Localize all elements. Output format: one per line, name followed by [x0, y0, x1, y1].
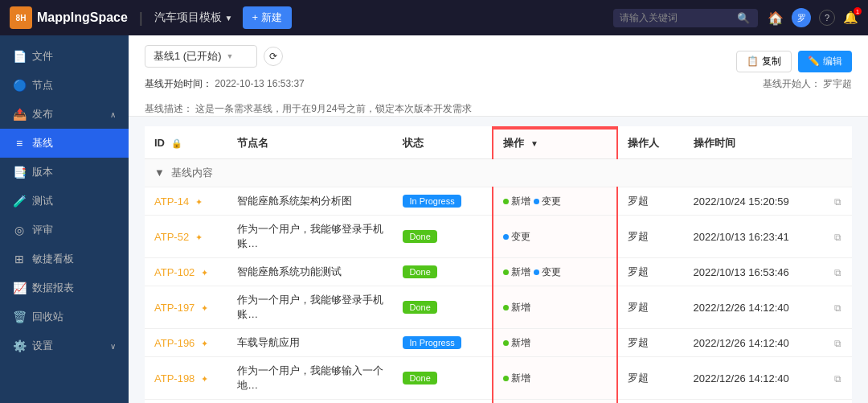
sidebar-item-publish[interactable]: 📤 发布 ∧ — [0, 100, 129, 129]
new-button[interactable]: + 新建 — [243, 6, 292, 29]
col-header-id: ID 🔒 — [145, 127, 227, 159]
sidebar-item-report[interactable]: 📈 数据报表 — [0, 273, 129, 302]
table-row: ATP-14 ✦ 智能座舱系统架构分析图 In Progress 新增变更 罗超… — [145, 187, 852, 216]
agile-icon: ⊞ — [13, 253, 26, 265]
sidebar-item-settings[interactable]: ⚙️ 设置 ∨ — [0, 331, 129, 360]
edit-button[interactable]: ✏️ 编辑 — [798, 51, 852, 72]
id-link[interactable]: ATP-14 — [154, 195, 189, 208]
layout: 📄 文件 🔵 节点 📤 发布 ∧ ≡ 基线 📑 版本 🧪 测试 ◎ 评审 — [0, 35, 868, 403]
author-label: 基线开始人： — [763, 78, 821, 89]
table-row: ATP-199 ✦ 作为一个用户，我能够选择语音播… In Progress 新… — [145, 400, 852, 404]
start-time-label: 基线开始时间： — [145, 78, 212, 89]
star-icon[interactable]: ✦ — [195, 197, 203, 207]
star-icon[interactable]: ✦ — [201, 303, 208, 313]
col-header-name: 节点名 — [227, 127, 393, 159]
id-link[interactable]: ATP-198 — [154, 372, 194, 384]
search-icon[interactable]: 🔍 — [737, 12, 750, 24]
row-copy-icon[interactable]: ⧉ — [834, 373, 841, 384]
baseline-dropdown[interactable]: 基线1 (已开始) ▼ — [145, 45, 257, 68]
id-link[interactable]: ATP-197 — [154, 302, 194, 314]
copy-button[interactable]: 📋 复制 — [736, 51, 792, 72]
cell-op: 新增 — [493, 357, 617, 400]
star-icon[interactable]: ✦ — [195, 232, 203, 242]
table-container: ID 🔒 节点名 状态 操作 ▼ 操作人 操作时间 — [129, 126, 868, 403]
cell-time: 2022/12/26 14:12:40 — [684, 357, 825, 400]
col-header-link — [825, 127, 852, 159]
file-icon: 📄 — [13, 50, 26, 63]
cell-op: 新增 — [493, 286, 617, 329]
sidebar-item-agile[interactable]: ⊞ 敏捷看板 — [0, 245, 129, 273]
project-selector[interactable]: 汽车项目模板 ▼ — [154, 10, 233, 25]
id-link[interactable]: ATP-196 — [154, 337, 194, 349]
cell-actor: 罗超 — [617, 258, 684, 286]
sidebar-item-publish-label: 发布 — [32, 107, 53, 121]
sidebar-item-file-label: 文件 — [32, 49, 53, 64]
cell-op: 新增 — [493, 400, 617, 404]
cell-id: ATP-52 ✦ — [145, 216, 227, 258]
avatar[interactable]: 罗 — [792, 8, 811, 27]
row-copy-icon[interactable]: ⧉ — [834, 232, 841, 243]
sidebar-item-trash[interactable]: 🗑️ 回收站 — [0, 302, 129, 331]
sidebar-item-agile-label: 敏捷看板 — [32, 252, 74, 266]
star-icon[interactable]: ✦ — [201, 374, 208, 384]
op-tag: 变更 — [534, 265, 561, 279]
change-dot — [503, 234, 509, 240]
status-badge: Done — [403, 265, 436, 278]
op-tag: 新增 — [503, 372, 530, 385]
star-icon[interactable]: ✦ — [201, 268, 208, 278]
row-copy-icon[interactable]: ⧉ — [834, 196, 841, 208]
id-link[interactable]: ATP-102 — [154, 266, 194, 278]
sidebar-item-baseline-label: 基线 — [32, 136, 53, 150]
start-time-value: 2022-10-13 16:53:37 — [215, 78, 304, 89]
help-icon[interactable]: ? — [819, 10, 835, 26]
baseline-author: 基线开始人： 罗宇超 — [763, 77, 852, 91]
row-copy-icon[interactable]: ⧉ — [834, 302, 841, 314]
cell-time: 2022/12/26 14:12:40 — [684, 286, 825, 329]
cell-name: 作为一个用户，我能够登录手机账… — [227, 286, 393, 329]
table-row: ATP-102 ✦ 智能座舱系统功能测试 Done 新增变更 罗超 2022/1… — [145, 258, 852, 286]
trash-icon: 🗑️ — [13, 310, 26, 323]
sidebar-item-file[interactable]: 📄 文件 — [0, 42, 129, 71]
sidebar-item-version[interactable]: 📑 版本 — [0, 158, 129, 187]
cell-status: Done — [393, 357, 493, 400]
sidebar-item-baseline[interactable]: ≡ 基线 — [0, 129, 129, 158]
sidebar-item-review-label: 评审 — [32, 223, 53, 237]
section-arrow-icon[interactable]: ▼ — [154, 167, 165, 179]
sidebar-item-test-label: 测试 — [32, 194, 53, 208]
sidebar-item-review[interactable]: ◎ 评审 — [0, 216, 129, 245]
sidebar: 📄 文件 🔵 节点 📤 发布 ∧ ≡ 基线 📑 版本 🧪 测试 ◎ 评审 — [0, 35, 129, 403]
publish-arrow-icon: ∧ — [110, 110, 116, 119]
add-dot — [503, 199, 509, 204]
notification-bell[interactable]: 🔔 1 — [843, 10, 858, 25]
cell-id: ATP-196 ✦ — [145, 329, 227, 357]
project-chevron-icon: ▼ — [225, 14, 233, 23]
home-icon[interactable]: 🏠 — [768, 10, 784, 26]
cell-id: ATP-14 ✦ — [145, 187, 227, 216]
id-link[interactable]: ATP-52 — [154, 231, 189, 243]
star-icon[interactable]: ✦ — [201, 339, 208, 348]
cell-op: 新增变更 — [493, 258, 617, 286]
table-row: ATP-198 ✦ 作为一个用户，我能够输入一个地… Done 新增 罗超 20… — [145, 357, 852, 400]
cell-status: In Progress — [393, 329, 493, 357]
cell-id: ATP-197 ✦ — [145, 286, 227, 329]
cell-time: 2022/12/26 14:12:40 — [684, 329, 825, 357]
cell-name: 作为一个用户，我能够登录手机账… — [227, 216, 393, 258]
sidebar-item-version-label: 版本 — [32, 165, 53, 179]
row-copy-icon[interactable]: ⧉ — [834, 338, 841, 349]
refresh-button[interactable]: ⟳ — [264, 47, 283, 66]
op-filter-icon[interactable]: ▼ — [530, 139, 538, 148]
edit-icon: ✏️ — [808, 56, 820, 67]
baseline-actions: 📋 复制 ✏️ 编辑 — [736, 51, 852, 72]
main-content: 基线1 (已开始) ▼ ⟳ 📋 复制 ✏️ 编辑 — [129, 35, 868, 403]
row-copy-icon[interactable]: ⧉ — [834, 267, 841, 278]
sidebar-item-node[interactable]: 🔵 节点 — [0, 71, 129, 100]
cell-actor: 罗超 — [617, 216, 684, 258]
table-row: ATP-52 ✦ 作为一个用户，我能够登录手机账… Done 变更 罗超 202… — [145, 216, 852, 258]
search-input[interactable] — [620, 12, 732, 23]
cell-op: 变更 — [493, 216, 617, 258]
sidebar-item-report-label: 数据报表 — [32, 281, 74, 295]
status-badge: Done — [403, 301, 436, 314]
data-table: ID 🔒 节点名 状态 操作 ▼ 操作人 操作时间 — [145, 126, 852, 403]
cell-time: 2022/10/24 15:20:59 — [684, 187, 825, 216]
sidebar-item-test[interactable]: 🧪 测试 — [0, 187, 129, 216]
